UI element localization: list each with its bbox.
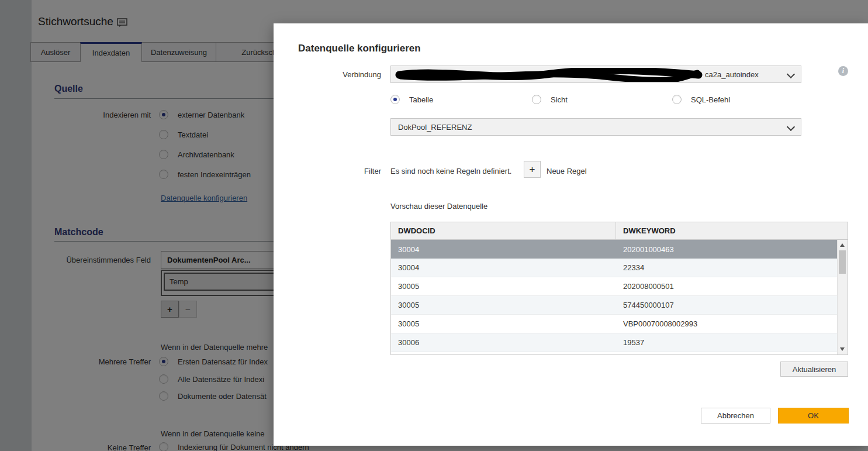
ok-button[interactable]: OK bbox=[778, 408, 849, 424]
column-header-dwdocid[interactable]: DWDOCID bbox=[391, 226, 615, 235]
filter-label: Filter bbox=[274, 167, 381, 175]
verbindung-select[interactable]: ca2a_autoindex bbox=[390, 66, 801, 83]
source-type-sicht[interactable]: Sicht bbox=[532, 95, 568, 104]
table-row[interactable]: 30005202008000501 bbox=[391, 277, 848, 296]
radio-option-label: Tabelle bbox=[409, 95, 433, 104]
cell-dwdocid: 30005 bbox=[391, 319, 615, 328]
scroll-up-icon[interactable] bbox=[840, 243, 845, 247]
add-rule-label: Neue Regel bbox=[547, 167, 587, 175]
cell-dwdocid: 30005 bbox=[391, 301, 615, 309]
cancel-button[interactable]: Abbrechen bbox=[701, 408, 770, 424]
preview-table: DWDOCID DWKEYWORD 3000420200100046330004… bbox=[390, 222, 848, 355]
cell-dwkeyword: VBP00070008002993 bbox=[615, 319, 697, 328]
cell-dwdocid: 30005 bbox=[391, 282, 615, 291]
preview-label: Vorschau dieser Datenquelle bbox=[390, 202, 487, 211]
table-row[interactable]: 30005574450000107 bbox=[391, 296, 848, 315]
filter-empty-text: Es sind noch keine Regeln definiert. bbox=[390, 167, 511, 175]
source-type-tabelle[interactable]: Tabelle bbox=[390, 95, 433, 104]
cell-dwkeyword: 574450000107 bbox=[615, 301, 674, 309]
preview-table-header: DWDOCID DWKEYWORD bbox=[391, 222, 848, 240]
table-scrollbar[interactable] bbox=[837, 240, 848, 354]
chevron-down-icon bbox=[787, 123, 795, 131]
add-rule-button[interactable]: + bbox=[524, 161, 541, 178]
cell-dwdocid: 30004 bbox=[391, 245, 615, 254]
table-row[interactable]: 30004202001000463 bbox=[391, 240, 848, 259]
cell-dwdocid: 30004 bbox=[391, 263, 615, 272]
table-row[interactable]: 3000422334 bbox=[391, 259, 848, 277]
preview-table-body: 3000420200100046330004223343000520200800… bbox=[391, 240, 848, 352]
info-icon[interactable]: i bbox=[838, 66, 848, 76]
datenquelle-konfigurieren-dialog: Datenquelle konfigurieren Verbindung ca2… bbox=[274, 23, 868, 446]
radio-option-label: SQL-Befehl bbox=[691, 95, 730, 104]
table-select-value: DokPool_REFERENZ bbox=[398, 123, 472, 132]
radio-option-label: Sicht bbox=[551, 95, 568, 104]
refresh-button[interactable]: Aktualisieren bbox=[780, 362, 848, 377]
chevron-down-icon bbox=[787, 70, 795, 78]
radio-selected-icon[interactable] bbox=[390, 95, 400, 104]
cell-dwkeyword: 22334 bbox=[615, 263, 644, 272]
cell-dwkeyword: 202008000501 bbox=[615, 282, 674, 291]
dialog-title: Datenquelle konfigurieren bbox=[298, 43, 421, 54]
table-row[interactable]: 30005VBP00070008002993 bbox=[391, 315, 848, 333]
radio-icon[interactable] bbox=[672, 95, 682, 104]
table-select[interactable]: DokPool_REFERENZ bbox=[390, 118, 801, 136]
source-type-sql-befehl[interactable]: SQL-Befehl bbox=[672, 95, 730, 104]
table-row[interactable]: 3000619537 bbox=[391, 333, 848, 352]
redaction-scribble bbox=[395, 68, 703, 84]
column-header-dwkeyword[interactable]: DWKEYWORD bbox=[616, 226, 676, 235]
cell-dwkeyword: 202001000463 bbox=[615, 245, 674, 254]
verbindung-label: Verbindung bbox=[274, 70, 381, 79]
scroll-down-icon[interactable] bbox=[840, 347, 845, 351]
radio-icon[interactable] bbox=[532, 95, 541, 104]
scrollbar-thumb[interactable] bbox=[839, 250, 846, 274]
cell-dwkeyword: 19537 bbox=[615, 338, 644, 347]
verbindung-value: ca2a_autoindex bbox=[705, 70, 759, 79]
cell-dwdocid: 30006 bbox=[391, 338, 615, 347]
